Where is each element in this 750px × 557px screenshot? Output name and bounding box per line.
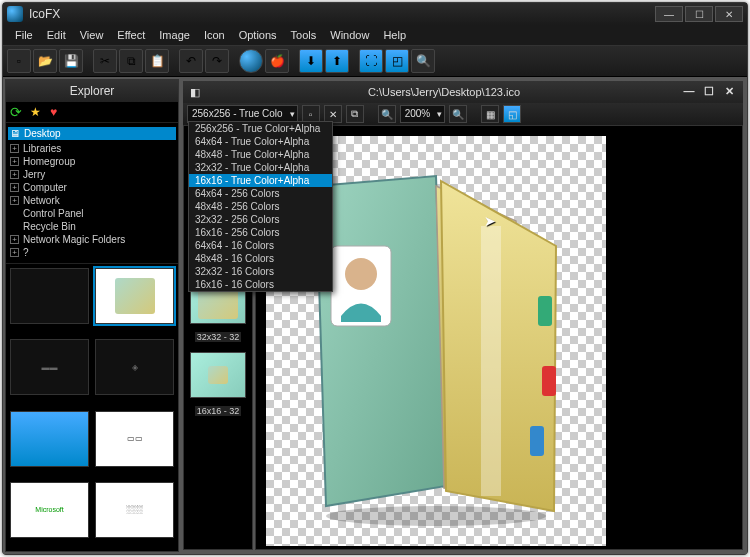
size-option[interactable]: 32x32 - True Color+Alpha bbox=[189, 161, 332, 174]
menu-image[interactable]: Image bbox=[153, 27, 196, 43]
svg-rect-4 bbox=[542, 366, 556, 396]
menubar: File Edit View Effect Image Icon Options… bbox=[3, 25, 747, 45]
undo-button[interactable]: ↶ bbox=[179, 49, 203, 73]
capture-button[interactable]: ⛶ bbox=[359, 49, 383, 73]
tree-node-homegroup[interactable]: +Homegroup bbox=[8, 155, 176, 168]
size-option[interactable]: 64x64 - 256 Colors bbox=[189, 187, 332, 200]
paste-button[interactable]: 📋 bbox=[145, 49, 169, 73]
zoom-dropdown[interactable]: 200% bbox=[400, 105, 446, 123]
size-thumb[interactable]: 16x16 - 32 bbox=[188, 352, 248, 418]
svg-rect-2 bbox=[481, 226, 501, 496]
size-option[interactable]: 16x16 - True Color+Alpha bbox=[189, 174, 332, 187]
thumb-item[interactable]: Microsoft bbox=[10, 482, 89, 538]
menu-edit[interactable]: Edit bbox=[41, 27, 72, 43]
document-titlebar[interactable]: ◧ C:\Users\Jerry\Desktop\123.ico — ☐ ✕ bbox=[183, 81, 743, 103]
tree-root[interactable]: 🖥 Desktop bbox=[8, 127, 176, 140]
menu-icon[interactable]: Icon bbox=[198, 27, 231, 43]
explorer-toolbar: ⟳ ★ ♥ bbox=[6, 102, 178, 122]
tree-node-recyclebin[interactable]: Recycle Bin bbox=[8, 220, 176, 233]
size-option[interactable]: 48x48 - True Color+Alpha bbox=[189, 148, 332, 161]
import-button[interactable]: ⬇ bbox=[299, 49, 323, 73]
tree-node-network[interactable]: +Network bbox=[8, 194, 176, 207]
copy-size-button[interactable]: ⧉ bbox=[346, 105, 364, 123]
document-path: C:\Users\Jerry\Desktop\123.ico bbox=[207, 86, 681, 98]
copy-button[interactable]: ⧉ bbox=[119, 49, 143, 73]
menu-tools[interactable]: Tools bbox=[285, 27, 323, 43]
extract-button[interactable]: ◰ bbox=[385, 49, 409, 73]
new-button[interactable]: ▫ bbox=[7, 49, 31, 73]
doc-icon: ◧ bbox=[183, 86, 207, 99]
tree-node-jerry[interactable]: +Jerry bbox=[8, 168, 176, 181]
svg-point-6 bbox=[326, 506, 546, 526]
menu-view[interactable]: View bbox=[74, 27, 110, 43]
app-icon bbox=[7, 6, 23, 22]
menu-help[interactable]: Help bbox=[377, 27, 412, 43]
tree-node-blank[interactable]: +? bbox=[8, 246, 176, 259]
thumb-item[interactable] bbox=[10, 411, 89, 467]
thumb-item[interactable] bbox=[95, 268, 174, 324]
close-button[interactable]: ✕ bbox=[715, 6, 743, 22]
thumb-item[interactable] bbox=[10, 268, 89, 324]
app-title: IcoFX bbox=[29, 7, 655, 21]
size-option[interactable]: 16x16 - 16 Colors bbox=[189, 278, 332, 291]
windows-icon[interactable] bbox=[239, 49, 263, 73]
save-button[interactable]: 💾 bbox=[59, 49, 83, 73]
thumb-item[interactable]: ▬▬ bbox=[10, 339, 89, 395]
size-option[interactable]: 32x32 - 256 Colors bbox=[189, 213, 332, 226]
tree-node-networkmagic[interactable]: +Network Magic Folders bbox=[8, 233, 176, 246]
thumbnail-grid: ▬▬ ◈ ▭▭ Microsoft ░░░ bbox=[6, 264, 178, 551]
size-option[interactable]: 16x16 - 256 Colors bbox=[189, 226, 332, 239]
folder-tree: 🖥 Desktop +Libraries +Homegroup +Jerry +… bbox=[6, 122, 178, 264]
thumb-item[interactable]: ░░░ bbox=[95, 482, 174, 538]
svg-rect-5 bbox=[530, 426, 544, 456]
thumb-item[interactable]: ▭▭ bbox=[95, 411, 174, 467]
redo-button[interactable]: ↷ bbox=[205, 49, 229, 73]
preview-button[interactable]: ◱ bbox=[503, 105, 521, 123]
svg-rect-3 bbox=[538, 296, 552, 326]
app-window: IcoFX — ☐ ✕ File Edit View Effect Image … bbox=[2, 2, 748, 555]
cut-button[interactable]: ✂ bbox=[93, 49, 117, 73]
heart-icon[interactable]: ♥ bbox=[50, 105, 64, 119]
thumb-item[interactable]: ◈ bbox=[95, 339, 174, 395]
explorer-panel: Explorer ⟳ ★ ♥ 🖥 Desktop +Libraries +Hom… bbox=[5, 79, 179, 552]
svg-point-1 bbox=[345, 258, 377, 290]
zoom-fit-button[interactable]: 🔍 bbox=[449, 105, 467, 123]
favorite-icon[interactable]: ★ bbox=[30, 105, 44, 119]
menu-options[interactable]: Options bbox=[233, 27, 283, 43]
size-option[interactable]: 64x64 - 16 Colors bbox=[189, 239, 332, 252]
maximize-button[interactable]: ☐ bbox=[685, 6, 713, 22]
minimize-button[interactable]: — bbox=[655, 6, 683, 22]
workspace: ◧ C:\Users\Jerry\Desktop\123.ico — ☐ ✕ 2… bbox=[179, 77, 747, 554]
apple-icon[interactable]: 🍎 bbox=[265, 49, 289, 73]
explorer-title: Explorer bbox=[6, 80, 178, 102]
content-area: Explorer ⟳ ★ ♥ 🖥 Desktop +Libraries +Hom… bbox=[3, 77, 747, 554]
window-controls: — ☐ ✕ bbox=[655, 6, 743, 22]
refresh-icon[interactable]: ⟳ bbox=[10, 105, 24, 119]
desktop-icon: 🖥 bbox=[10, 128, 20, 139]
menu-file[interactable]: File bbox=[9, 27, 39, 43]
tree-node-computer[interactable]: +Computer bbox=[8, 181, 176, 194]
cursor-icon: ➤ bbox=[484, 213, 496, 229]
size-option[interactable]: 32x32 - 16 Colors bbox=[189, 265, 332, 278]
titlebar[interactable]: IcoFX — ☐ ✕ bbox=[3, 3, 747, 25]
doc-close-button[interactable]: ✕ bbox=[721, 85, 737, 99]
zoom-tool-button[interactable]: 🔍 bbox=[378, 105, 396, 123]
size-dropdown-menu: 256x256 - True Color+Alpha 64x64 - True … bbox=[188, 121, 333, 292]
menu-window[interactable]: Window bbox=[324, 27, 375, 43]
zoom-button[interactable]: 🔍 bbox=[411, 49, 435, 73]
doc-minimize-button[interactable]: — bbox=[681, 85, 697, 99]
size-option[interactable]: 64x64 - True Color+Alpha bbox=[189, 135, 332, 148]
main-toolbar: ▫ 📂 💾 ✂ ⧉ 📋 ↶ ↷ 🍎 ⬇ ⬆ ⛶ ◰ 🔍 bbox=[3, 45, 747, 77]
size-option[interactable]: 48x48 - 16 Colors bbox=[189, 252, 332, 265]
size-option[interactable]: 48x48 - 256 Colors bbox=[189, 200, 332, 213]
tree-node-libraries[interactable]: +Libraries bbox=[8, 142, 176, 155]
size-option[interactable]: 256x256 - True Color+Alpha bbox=[189, 122, 332, 135]
grid-button[interactable]: ▦ bbox=[481, 105, 499, 123]
open-button[interactable]: 📂 bbox=[33, 49, 57, 73]
tree-node-controlpanel[interactable]: Control Panel bbox=[8, 207, 176, 220]
menu-effect[interactable]: Effect bbox=[111, 27, 151, 43]
export-button[interactable]: ⬆ bbox=[325, 49, 349, 73]
doc-maximize-button[interactable]: ☐ bbox=[701, 85, 717, 99]
